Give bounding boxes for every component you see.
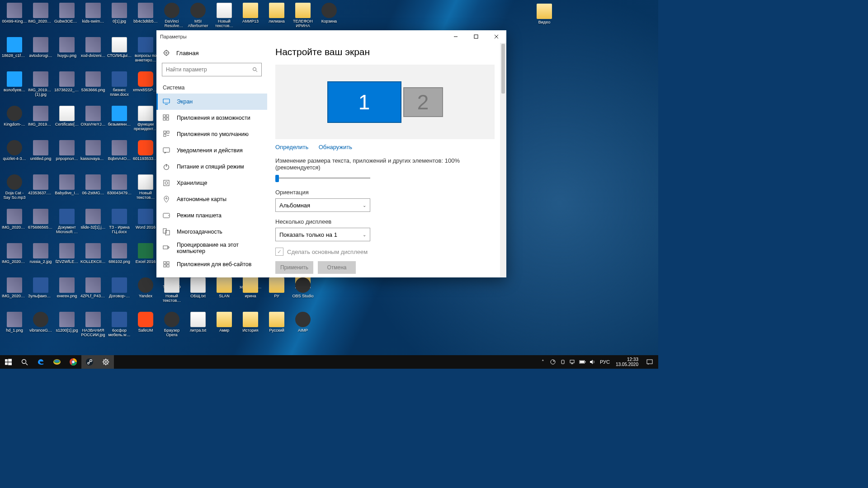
desktop-icon[interactable]: ТЗ - Ирина ГЦ.docx [107,209,132,235]
desktop-icon[interactable]: s1200[1].jpg [54,312,80,333]
sidebar-item-tablet[interactable]: Режим планшета [156,207,267,224]
desktop-icon[interactable]: Word 2016 [133,209,158,230]
desktop-icon[interactable]: OXaVHeYJ… [80,106,106,127]
sidebar-item-notif[interactable]: Уведомления и действия [156,142,267,159]
identify-link[interactable]: Определить [275,144,308,150]
tray-clock[interactable]: 12:33 13.05.2020 [613,357,641,367]
desktop-icon[interactable]: IMG_20200… [28,3,53,24]
sidebar-item-apps[interactable]: Приложения и возможности [156,110,267,126]
desktop-icon[interactable]: Новый текстов… [159,277,184,303]
desktop-icon[interactable]: KOLLEKCII_… [80,243,106,264]
desktop-icon[interactable]: енкген.png [54,277,80,299]
tray-show-hidden[interactable]: ˄ [539,355,547,369]
desktop-icon[interactable]: russia_2.jpg [28,243,53,264]
sidebar-item-project[interactable]: Проецирование на этот компьютер [156,240,267,256]
taskbar-app-1[interactable] [49,355,65,369]
desktop-icon[interactable]: ирина [238,277,263,299]
desktop-icon[interactable]: 6осфор мебель.w… [107,312,132,338]
desktop-icon[interactable]: BqbmA4O… [107,140,132,161]
taskbar-steam[interactable] [81,355,98,369]
desktop-icon[interactable]: ОБЩ.txt [185,277,211,299]
desktop-icon[interactable]: kassovaya_… [80,140,106,161]
maximize-button[interactable] [466,30,486,43]
desktop-icon[interactable]: IMG_20200… [2,209,27,230]
desktop-icon[interactable]: avtodorogi… [28,37,53,58]
desktop-icon[interactable]: Видео [532,4,557,25]
desktop-icon[interactable]: Русский [264,312,289,333]
taskbar-edge[interactable] [33,355,49,369]
desktop-icon[interactable]: IMG_20200… [2,277,27,299]
desktop-icon[interactable]: 18628_c1fe… [2,37,27,58]
desktop-icon[interactable]: РУ [264,277,289,299]
desktop-icon[interactable]: vibranceG… [28,312,53,333]
taskbar-settings[interactable] [98,355,114,369]
desktop-icon[interactable]: безымянн… [107,106,132,127]
desktop-icon[interactable]: IMG_20190… [28,106,53,127]
orientation-dropdown[interactable]: Альбомная ⌄ [275,198,370,212]
display-arranger[interactable]: 1 2 [275,65,495,139]
desktop-icon[interactable]: IMG_20190… (1).jpg [28,71,53,97]
desktop-icon[interactable]: рлрорпол… [54,140,80,161]
desktop-icon[interactable]: 42353637.png [28,174,53,196]
desktop-icon[interactable]: fZVZWfLE… [54,243,80,264]
desktop-icon[interactable]: hd_1.png [2,312,27,333]
desktop-icon[interactable]: 830043479… [107,174,132,196]
desktop-icon[interactable]: huygu.png [54,37,80,58]
desktop-icon[interactable]: Gubw3OET… [54,3,80,24]
tray-network-icon[interactable] [569,355,577,369]
slider-thumb[interactable] [275,175,279,182]
desktop-icon[interactable]: История [238,312,263,333]
sidebar-item-webapps[interactable]: Приложения для веб-сайтов [156,256,267,272]
desktop-icon[interactable]: Браузер Opera [159,312,184,338]
sidebar-item-multi[interactable]: Многозадачность [156,224,267,240]
cancel-button[interactable]: Отмена [318,261,356,274]
desktop-icon[interactable]: вопросы по анкетиро… [133,37,158,63]
desktop-icon[interactable]: литра.txt [185,312,211,333]
desktop-icon[interactable]: 6756865658… [28,209,53,230]
window-titlebar[interactable]: Параметры [156,30,506,43]
desktop-icon[interactable]: quizlet-4-3… [2,140,27,161]
desktop-icon[interactable]: SafeUM [133,312,158,333]
desktop-icon[interactable]: Kingdom-… [2,106,27,127]
desktop-icon[interactable]: Yandex [133,277,158,299]
tray-volume-icon[interactable] [589,355,597,369]
desktop-icon[interactable]: 00499-King… [2,3,27,24]
desktop-icon[interactable]: 06-ZstMG… [80,174,106,196]
desktop-icon[interactable]: 5363666.png [80,71,106,93]
tray-app-icon[interactable] [559,355,567,369]
detect-link[interactable]: Обнаружить [319,144,352,150]
monitor-2[interactable]: 2 [403,87,443,117]
action-center-button[interactable] [643,355,656,369]
desktop-icon[interactable]: 6011935339… [133,140,158,161]
scale-slider[interactable] [275,174,370,183]
desktop-icon[interactable]: 18738222_i… [54,71,80,93]
desktop-icon[interactable]: Амир [212,312,237,333]
desktop-icon[interactable]: волобуев… [2,71,27,93]
sidebar-item-display[interactable]: Экран [156,94,267,110]
sidebar-home[interactable]: Главная [156,47,267,63]
desktop-icon[interactable]: xmvx8SSPv… [133,71,158,93]
content-scrollbar[interactable] [500,43,506,277]
desktop-icon[interactable]: СТОЛИЦЫ… [107,37,132,58]
desktop-icon[interactable]: Certificate[… [54,106,80,127]
desktop-icon[interactable]: SLAN [212,277,237,299]
desktop-icon[interactable]: бизнес план.docx [107,71,132,97]
sidebar-item-maps[interactable]: Автономные карты [156,191,267,207]
apply-button[interactable]: Применить [275,261,313,274]
desktop-icon[interactable]: DaVinci Resolve Pro… [159,3,184,28]
desktop-icon[interactable]: kids-swim… [80,3,106,24]
desktop-icon[interactable]: bb4c3d6b5… [133,3,158,24]
desktop-icon[interactable]: IMG_20200… [2,243,27,264]
desktop-icon[interactable]: Договор-… [107,277,132,299]
desktop-icon[interactable]: АМИР13 [238,3,263,24]
desktop-icon[interactable]: Excel 2016 [133,243,158,264]
scrollbar-thumb[interactable] [501,44,505,94]
taskbar-chrome[interactable] [65,355,81,369]
sidebar-item-default[interactable]: Приложения по умолчанию [156,126,267,142]
desktop-icon[interactable]: Корзина [316,3,342,24]
tray-language[interactable]: РУС [599,355,611,369]
desktop-icon[interactable]: Документ Microsoft … [54,209,80,235]
desktop-icon[interactable]: 0[1].jpg [107,3,132,24]
desktop-icon[interactable]: AIMP [290,312,316,333]
desktop-icon[interactable]: OBS Studio [290,277,316,299]
